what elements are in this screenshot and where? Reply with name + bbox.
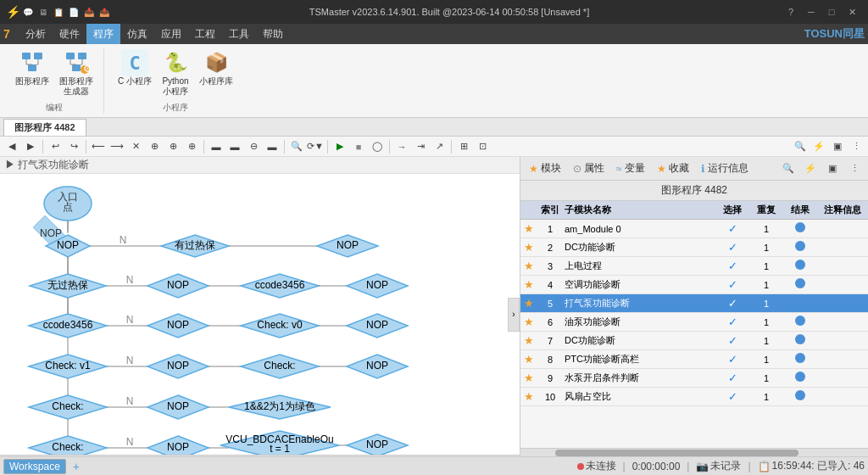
search-button[interactable]: 🔍	[288, 138, 305, 155]
flow-canvas[interactable]: 入口 点 NOP	[0, 174, 520, 455]
python-button[interactable]: 🐍 Python小程序	[159, 48, 192, 98]
row-select[interactable]: ✓	[715, 297, 749, 310]
add-button-1[interactable]: ⊕	[146, 138, 163, 155]
lightning-button[interactable]: ⚡	[810, 138, 827, 155]
menu-project[interactable]: 工程	[188, 24, 222, 44]
right-search-button[interactable]: 🔍	[780, 160, 797, 177]
right-panel-btn[interactable]: ▣	[824, 160, 841, 177]
row-select[interactable]: ✓	[715, 372, 749, 384]
row-star-icon: ★	[520, 297, 537, 310]
menu-analysis[interactable]: 分析	[19, 24, 53, 44]
svg-text:N: N	[126, 355, 134, 366]
ribbon-applets-btns: C C 小程序 🐍 Python小程序 📦 小程序库	[114, 48, 236, 98]
ribbon-programming-label: 编程	[46, 102, 63, 114]
menu-simulation[interactable]: 仿真	[120, 24, 154, 44]
table-row[interactable]: ★ 7 DC功能诊断 ✓ 1	[520, 332, 868, 350]
table-row[interactable]: ★ 9 水泵开启条件判断 ✓ 1	[520, 369, 868, 388]
dash-1[interactable]: ▬	[208, 138, 225, 155]
svg-rect-1	[34, 53, 42, 59]
tab-button[interactable]: ⇥	[412, 138, 429, 155]
row-select[interactable]: ✓	[715, 334, 749, 347]
expand-button[interactable]: ⊡	[474, 138, 491, 155]
svg-text:N: N	[126, 274, 134, 286]
col-icon-header	[520, 204, 537, 216]
add-workspace-button[interactable]: +	[73, 460, 80, 473]
help-button[interactable]: ?	[782, 4, 800, 20]
canvas-scrollbar-x[interactable]	[0, 455, 520, 456]
forward-button[interactable]: ▶	[22, 138, 39, 155]
rt-tab-variables[interactable]: ≈ 变量	[613, 159, 648, 177]
close-button[interactable]: ✕	[843, 4, 861, 20]
nav-right-button[interactable]: ⟶	[108, 138, 125, 155]
table-row[interactable]: ★ 3 上电过程 ✓ 1	[520, 257, 868, 276]
rt-tab-favorites[interactable]: ★ 收藏	[654, 159, 693, 177]
menu-help[interactable]: 帮助	[256, 24, 290, 44]
table-row[interactable]: ★ 6 油泵功能诊断 ✓ 1	[520, 313, 868, 332]
row-select[interactable]: ✓	[715, 222, 749, 235]
tab-graphic-4482[interactable]: 图形程序 4482	[3, 119, 86, 136]
graphic-gen-label: 图形程序生成器	[59, 76, 93, 97]
menu-app[interactable]: 应用	[154, 24, 188, 44]
refresh-dropdown[interactable]: ⟳▼	[307, 138, 324, 155]
rt-tab-runtime[interactable]: ℹ 运行信息	[698, 159, 752, 177]
dash-2[interactable]: ▬	[226, 138, 243, 155]
row-repeat: 1	[749, 261, 783, 271]
collapse-right-button[interactable]: ›	[508, 298, 520, 332]
menu-hardware[interactable]: 硬件	[53, 24, 86, 44]
table-row[interactable]: ★ 8 PTC功能诊断高栏 ✓ 1	[520, 350, 868, 369]
menu-tools[interactable]: 工具	[222, 24, 256, 44]
row-select[interactable]: ✓	[715, 278, 749, 291]
graphic-gen-button[interactable]: ⚙ 图形程序生成器	[56, 48, 97, 98]
rt-tab-module[interactable]: ★ 模块	[526, 159, 565, 177]
svg-rect-8	[78, 53, 86, 59]
graphic-program-button[interactable]: 图形程序	[12, 48, 53, 98]
arrow-button[interactable]: →	[393, 138, 410, 155]
toolbar-separator-1	[42, 140, 43, 154]
row-select[interactable]: ✓	[715, 241, 749, 254]
table-row[interactable]: ★ 10 风扇占空比 ✓ 1	[520, 388, 868, 406]
restore-button[interactable]: □	[822, 4, 841, 20]
more-button[interactable]: ⋮	[848, 138, 865, 155]
right-more-button[interactable]: ⋮	[846, 160, 863, 177]
info-icon-runtime: ℹ	[701, 163, 705, 175]
row-select[interactable]: ✓	[715, 316, 749, 328]
table-row[interactable]: ★ 1 am_Module 0 ✓ 1	[520, 220, 868, 238]
panel-button[interactable]: ▣	[829, 138, 846, 155]
run-button[interactable]: ▶	[331, 138, 348, 155]
star-icon-fav: ★	[657, 163, 666, 175]
export-button[interactable]: ↗	[431, 138, 448, 155]
right-lightning-button[interactable]: ⚡	[802, 160, 819, 177]
redo-button[interactable]: ↪	[65, 138, 82, 155]
table-row[interactable]: ★ 5 打气泵功能诊断 ✓ 1	[520, 294, 868, 313]
back-button[interactable]: ◀	[3, 138, 20, 155]
add-button-3[interactable]: ⊕	[183, 138, 200, 155]
col-name-header: 子模块名称	[563, 204, 715, 216]
undo-button[interactable]: ↩	[47, 138, 64, 155]
right-scrollbar-x[interactable]	[520, 448, 868, 456]
rt-tab-properties[interactable]: ⊙ 属性	[570, 159, 608, 177]
status-sep-3: |	[748, 461, 750, 472]
pause-button[interactable]: ◯	[369, 138, 386, 155]
brand-logo: TOSUN同星	[804, 26, 865, 42]
add-button-2[interactable]: ⊕	[164, 138, 181, 155]
minus-button[interactable]: ⊖	[245, 138, 262, 155]
row-select[interactable]: ✓	[715, 260, 749, 272]
row-select[interactable]: ✓	[715, 390, 749, 403]
minimize-button[interactable]: ─	[802, 4, 821, 20]
dash-3[interactable]: ▬	[264, 138, 281, 155]
table-row[interactable]: ★ 2 DC功能诊断 ✓ 1	[520, 238, 868, 257]
search-right[interactable]: 🔍	[792, 138, 809, 155]
delete-button[interactable]: ✕	[127, 138, 144, 155]
nav-left-button[interactable]: ⟵	[90, 138, 107, 155]
c-program-button[interactable]: C C 小程序	[114, 48, 155, 98]
graphic-program-label: 图形程序	[15, 76, 49, 87]
row-result	[783, 241, 817, 254]
row-select[interactable]: ✓	[715, 353, 749, 366]
menu-program[interactable]: 程序	[86, 24, 120, 44]
workspace-tab[interactable]: Workspace	[3, 459, 66, 474]
right-scroll-thumb[interactable]	[555, 450, 798, 456]
stop-button[interactable]: ■	[350, 138, 367, 155]
table-row[interactable]: ★ 4 空调功能诊断 ✓ 1	[520, 276, 868, 294]
grid-button[interactable]: ⊞	[455, 138, 472, 155]
applet-lib-button[interactable]: 📦 小程序库	[196, 48, 236, 98]
